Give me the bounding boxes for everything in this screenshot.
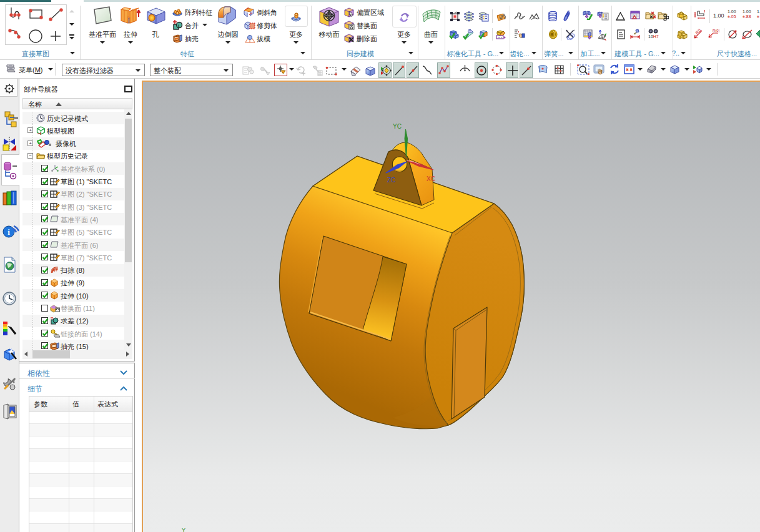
svg-text:10H7: 10H7 xyxy=(648,34,659,39)
svg-text:R0: R0 xyxy=(694,29,701,35)
svg-text:R(0): R(0) xyxy=(713,29,719,32)
svg-text:i: i xyxy=(7,227,10,237)
svg-text:XC: XC xyxy=(427,175,435,182)
svg-text:ZC: ZC xyxy=(387,177,395,184)
svg-text:YC: YC xyxy=(393,123,402,130)
svg-text:Y: Y xyxy=(182,527,185,532)
